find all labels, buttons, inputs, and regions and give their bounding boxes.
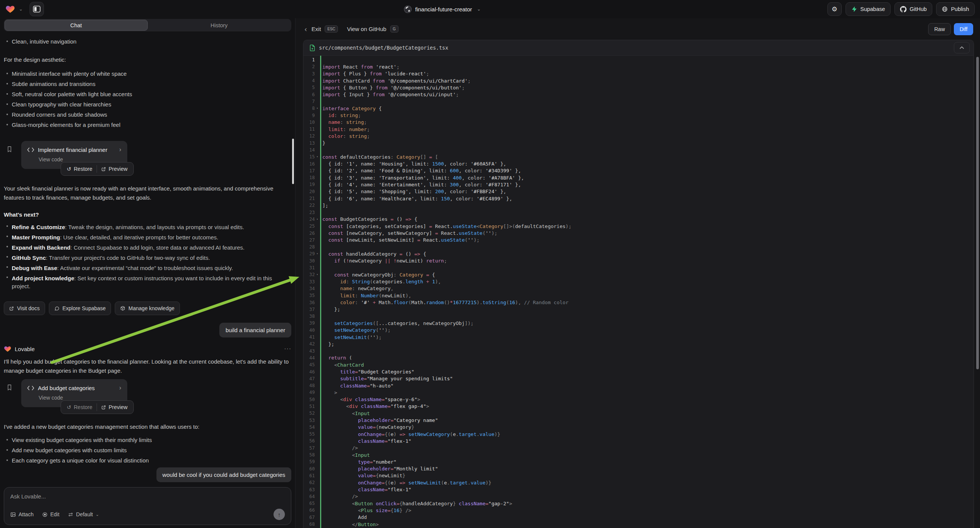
visit-docs-label: Visit docs [17,305,40,311]
bookmark-icon[interactable] [6,145,13,153]
code-text: /> [320,493,358,499]
code-line: 11 limit: number; [304,126,974,132]
line-number: 62 [304,480,315,485]
bookmark-icon[interactable] [6,384,13,391]
design-bullet-list: Minimalist interface with plenty of whit… [4,70,291,132]
list-item: Debug with Ease: Activate our experiment… [4,264,291,272]
code-line: 32▾ const newCategoryObj: Category = { [304,271,974,278]
code-text: name: newCategory, [320,286,394,291]
code-text: const handleAddCategory = () => { [320,251,426,257]
code-text: const [newCategory, setNewCategory] = Re… [320,230,497,236]
publish-button[interactable]: Publish [936,2,975,16]
sidebar-toggle-button[interactable] [30,2,44,16]
line-number: 18 [304,175,315,180]
line-number: 33 [304,279,315,285]
code-line: 27 const [newLimit, setNewLimit] = React… [304,237,974,243]
code-line: 10 name: string; [304,119,974,126]
code-text: Add [320,514,367,520]
line-number: 53 [304,418,315,423]
code-text: className="h-auto" [320,383,394,389]
line-number: 50 [304,397,315,402]
view-code-link[interactable]: View code [39,395,121,401]
fold-toggle-icon[interactable]: ▾ [315,273,320,276]
code-text: setCategories([...categories, newCategor… [320,320,474,326]
code-text: { id: '2', name: 'Food & Dining', limit:… [320,168,521,173]
design-heading: For the design aesthetic: [4,55,291,64]
chat-messages[interactable]: Clean, intuitive navigation For the desi… [0,32,295,484]
code-text: </Button> [320,522,379,527]
line-number: 42 [304,341,315,347]
next-steps-list: Refine & Customize: Tweak the design, an… [4,223,291,293]
code-line: 18 { id: '3', name: 'Transportation', li… [304,174,974,181]
code-line: 34 name: newCategory, [304,285,974,292]
project-selector[interactable]: financial-future-creator ⌄ [404,0,481,18]
raw-toggle-button[interactable]: Raw [928,23,951,35]
line-number: 47 [304,376,315,382]
line-number: 35 [304,293,315,298]
preview-button[interactable]: Preview [97,401,132,413]
chat-input[interactable]: Ask Lovable... [10,493,285,499]
supabase-button[interactable]: Supabase [846,2,891,16]
code-line: 60 placeholder="Monthly limit" [304,466,974,472]
code-line: 67 Add [304,514,974,521]
code-text: { id: '5', name: 'Shopping', limit: 200,… [320,189,506,194]
code-text: value={newLimit} [320,473,405,479]
restore-label: Restore [74,166,92,172]
help-paragraph: I'll help you add budget categories to t… [4,357,291,375]
code-text: > [320,390,337,396]
gear-icon: ⚙ [832,5,837,13]
line-number: 11 [304,127,315,132]
visit-docs-button[interactable]: Visit docs [4,302,45,315]
line-number: 65 [304,501,315,506]
line-number: 48 [304,383,315,388]
code-editor[interactable]: 12import React from 'react';3import { Pl… [304,56,974,528]
code-line: 17 { id: '2', name: 'Food & Dining', lim… [304,167,974,174]
line-number: 25 [304,223,315,229]
view-code-link[interactable]: View code [39,156,121,162]
tab-chat[interactable]: Chat [5,20,148,31]
chat-history-tabs: Chat History [4,19,291,32]
send-button[interactable]: ↑ [274,509,285,520]
lovable-logo-heart-icon[interactable] [5,4,15,14]
restore-preview-pill: ↺ Restore Preview [60,400,134,414]
fold-toggle-icon[interactable]: ▾ [315,252,320,255]
code-text: if (!newCategory || !newLimit) return; [320,258,447,264]
chevron-left-icon[interactable]: ‹ [305,25,307,33]
line-number: 32 [304,272,315,277]
line-number: 40 [304,328,315,333]
chat-scrollbar[interactable] [292,138,294,184]
list-item: Clean, intuitive navigation [4,38,291,45]
github-button[interactable]: GitHub [894,2,932,16]
line-number: 12 [304,133,315,138]
more-options-icon[interactable]: ··· [284,345,291,352]
attach-button[interactable]: Attach [10,511,34,517]
view-on-github-link[interactable]: View on GitHub [347,26,387,32]
tab-history[interactable]: History [148,20,291,31]
fold-toggle-icon[interactable]: ▾ [315,155,320,158]
settings-button[interactable]: ⚙ [827,2,842,16]
logo-chevron-down-icon[interactable]: ⌄ [19,6,23,12]
fold-toggle-icon[interactable]: ▾ [315,107,320,110]
code-line: 38 [304,313,974,320]
restore-button[interactable]: ↺ Restore [62,162,97,175]
code-scrollbar[interactable] [976,57,979,369]
mode-selector[interactable]: Default ⌄ [68,511,99,517]
code-line: 65 <Button onClick={handleAddCategory} c… [304,500,974,507]
list-item: Soft, neutral color palette with light b… [4,91,291,97]
line-number: 41 [304,334,315,340]
line-number: 58 [304,452,315,458]
restore-button[interactable]: ↺ Restore [62,401,97,413]
file-path-bar[interactable]: src/components/budget/BudgetCategories.t… [304,40,974,56]
line-number: 3 [304,71,315,76]
top-bar: ⌄ financial-future-creator ⌄ ⚙ Supabase [0,0,980,18]
diff-toggle-button[interactable]: Diff [954,23,973,35]
code-line: 59 type="number" [304,458,974,465]
edit-button[interactable]: Edit [42,511,59,517]
collapse-file-button[interactable] [954,42,970,53]
exit-button[interactable]: Exit [312,26,321,32]
preview-button[interactable]: Preview [97,162,132,175]
fold-toggle-icon[interactable]: ▾ [315,218,320,221]
explore-supabase-button[interactable]: Explore Supabase [49,302,111,315]
manage-knowledge-button[interactable]: Manage knowledge [115,302,180,315]
code-line: 53 placeholder="Category name" [304,417,974,423]
